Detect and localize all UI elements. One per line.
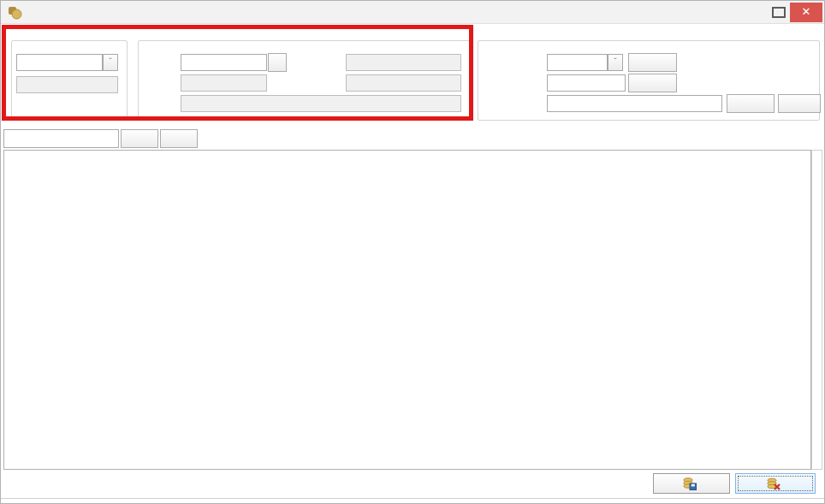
after-stock-input[interactable] [547, 74, 626, 92]
reason-label [472, 54, 540, 71]
close-icon[interactable]: ✕ [790, 3, 822, 22]
manager-label [276, 74, 336, 92]
apply-after-button[interactable] [628, 74, 677, 92]
after-stock-label [472, 74, 540, 92]
bottom-divider [1, 498, 824, 499]
cancel-button[interactable] [735, 473, 816, 494]
apply-reason-button[interactable] [628, 53, 677, 72]
vertical-scrollbar[interactable] [811, 150, 822, 470]
phone-field [346, 54, 461, 71]
weekday-field [16, 76, 118, 93]
inventory-adjustment-dialog: ✕ ˇ ˇ [0, 0, 825, 504]
warehouse-name-label [119, 54, 176, 71]
memo-label [472, 95, 540, 112]
clear-memo-button[interactable] [778, 94, 821, 113]
code-field [181, 74, 267, 92]
save-button[interactable] [653, 473, 730, 494]
date-input[interactable] [16, 54, 103, 71]
phone-label [276, 54, 336, 71]
reason-chevron-down-icon[interactable]: ˇ [608, 54, 623, 71]
search-input[interactable] [3, 129, 119, 148]
warehouse-name-input[interactable] [181, 54, 267, 71]
clear-search-button[interactable] [160, 129, 198, 148]
maximize-icon[interactable] [772, 7, 786, 18]
app-box-icon [8, 5, 22, 20]
apply-memo-button[interactable] [727, 94, 775, 113]
reason-select[interactable] [547, 54, 608, 71]
item-grid[interactable] [3, 150, 811, 470]
find-button[interactable] [121, 129, 158, 148]
memo-input[interactable] [547, 95, 722, 112]
date-chevron-down-icon[interactable]: ˇ [103, 54, 118, 71]
location-field [181, 95, 461, 112]
location-label [119, 95, 176, 112]
save-coins-icon [683, 477, 697, 490]
manager-field [346, 74, 461, 92]
titlebar: ✕ [1, 1, 824, 24]
code-label [119, 74, 176, 92]
cancel-coins-icon [767, 477, 780, 490]
